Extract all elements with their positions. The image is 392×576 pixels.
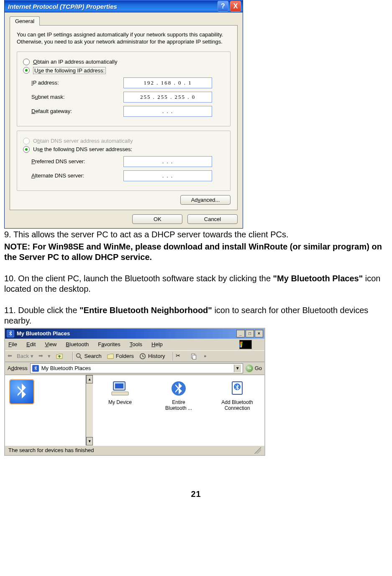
radio-obtain-ip[interactable] [23, 59, 30, 65]
paragraph-10: 10. On the client PC, launch the Bluetoo… [4, 273, 388, 294]
status-text: The search for devices has finished [8, 447, 94, 454]
tab-general[interactable]: General [10, 16, 40, 26]
back-button: ⬅ Back ▾ [8, 352, 33, 360]
forward-button: ➡▾ [38, 352, 51, 360]
alternate-dns-label: Alternate DNS server: [31, 172, 123, 179]
scroll-down-icon[interactable]: ▼ [86, 437, 93, 445]
more-button[interactable]: » [204, 354, 207, 358]
ip-group: Obtain an IP address automatically Obtai… [17, 51, 231, 126]
windows-logo-icon [239, 340, 252, 349]
computer-icon [111, 380, 129, 397]
radio-use-dns-label: Use the following DNS server addresses: [33, 146, 132, 152]
search-button[interactable]: Search [75, 352, 102, 360]
menu-view[interactable]: View [45, 341, 56, 347]
address-field[interactable]: My Bluetooth Places ▼ [30, 363, 243, 373]
chevron-down-icon[interactable]: ▼ [234, 365, 241, 372]
radio-use-ip-label: Use the following IP address: [33, 67, 106, 74]
item-label-l2: Bluetooth ... [156, 405, 202, 411]
menubar: FileFile EditEdit ViewView BluetoothBlue… [5, 339, 264, 350]
menu-favorites[interactable]: Favorites [98, 341, 120, 347]
default-gateway-label: Default gateway: [31, 108, 123, 114]
history-icon [139, 352, 146, 360]
ok-button[interactable]: OK [132, 214, 182, 224]
minimize-button[interactable]: _ [236, 330, 245, 337]
client-area: ▲ ▼ My Device Entire Bluetooth ... [5, 375, 264, 445]
radio-use-ip[interactable] [23, 67, 30, 74]
svg-line-1 [79, 357, 82, 359]
note-paragraph: NOTE: For Win98SE and WinMe, please down… [4, 242, 388, 262]
arrow-left-icon: ⬅ [8, 352, 15, 360]
folders-button[interactable]: Folders [107, 352, 134, 360]
my-device-item[interactable]: My Device [97, 380, 143, 405]
paragraph-11: 11. Double click the "Entire Bluetooth N… [4, 305, 388, 326]
history-button[interactable]: History [139, 352, 165, 360]
tcpip-properties-dialog: Internet Protocol (TCP/IP) Properties ? … [4, 0, 243, 229]
item-label-l2: Connection [214, 405, 260, 411]
menu-help[interactable]: Help [151, 341, 163, 347]
bluetooth-places-window: My Bluetooth Places _ □ × FileFile EditE… [4, 328, 265, 456]
subnet-mask-label: Subnet mask: [31, 94, 123, 100]
scroll-up-icon[interactable]: ▲ [86, 375, 93, 383]
dialog-title: Internet Protocol (TCP/IP) Properties [8, 3, 216, 10]
close-button[interactable]: X [230, 1, 241, 12]
folders-icon [107, 352, 114, 360]
maximize-button[interactable]: □ [246, 330, 254, 337]
page-number: 21 [4, 489, 388, 499]
item-label-l1: Entire [156, 399, 202, 405]
subnet-mask-input[interactable]: 255 . 255 . 255 . 0 [123, 92, 212, 103]
go-button[interactable]: ↪ Go [246, 365, 262, 372]
search-icon [75, 352, 83, 360]
paragraph-9: 9. This allows the server PC to act as a… [4, 229, 388, 240]
svg-rect-7 [112, 392, 128, 395]
entire-bluetooth-item[interactable]: Entire Bluetooth ... [156, 380, 202, 411]
advanced-button[interactable]: Advanced... [180, 195, 231, 205]
menu-bluetooth[interactable]: Bluetooth [66, 341, 89, 347]
bluetooth-globe-icon [169, 380, 188, 397]
cut-button[interactable]: ✂ [176, 352, 185, 360]
add-bluetooth-item[interactable]: Add Bluetooth Connection [214, 380, 260, 411]
radio-obtain-dns [23, 138, 30, 144]
address-bar: Address Address My Bluetooth Places ▼ ↪ … [5, 362, 264, 375]
arrow-right-icon: ➡ [38, 352, 46, 360]
bluetooth-icon [32, 365, 39, 372]
menu-file[interactable]: File [8, 341, 17, 347]
address-label: Address [8, 365, 28, 371]
window-titlebar[interactable]: My Bluetooth Places _ □ × [5, 329, 264, 339]
left-pane [5, 375, 86, 445]
dns-group: Obtain DNS server address automatically … [17, 131, 231, 191]
window-title: My Bluetooth Places [17, 330, 236, 337]
radio-obtain-ip-label: Obtain an IP address automatically [33, 59, 117, 65]
scissors-icon: ✂ [176, 352, 183, 360]
menu-tools[interactable]: Tools [130, 341, 142, 347]
copy-button[interactable] [190, 352, 199, 360]
alternate-dns-input[interactable]: . . . [123, 170, 212, 181]
menu-edit[interactable]: Edit [26, 341, 36, 347]
radio-use-dns[interactable] [23, 146, 30, 153]
folder-up-icon [56, 352, 63, 360]
preferred-dns-label: Preferred DNS server: [31, 158, 123, 165]
go-icon: ↪ [246, 365, 253, 372]
bluetooth-icon [7, 330, 14, 337]
dialog-titlebar[interactable]: Internet Protocol (TCP/IP) Properties ? … [5, 0, 243, 13]
bluetooth-large-icon [9, 379, 34, 404]
radio-obtain-dns-label: Obtain DNS server address automatically [33, 138, 133, 144]
status-bar: The search for devices has finished [5, 445, 264, 455]
close-button[interactable]: × [255, 330, 263, 337]
ip-address-input[interactable]: 192 . 168 . 0 . 1 [123, 77, 212, 88]
copy-icon [190, 352, 197, 360]
address-value: My Bluetooth Places [41, 365, 91, 371]
svg-rect-6 [115, 383, 123, 388]
svg-rect-4 [192, 355, 196, 359]
resize-grip-icon[interactable] [254, 447, 261, 454]
dialog-description: You can get IP settings assigned automat… [17, 31, 231, 46]
left-scrollbar[interactable]: ▲ ▼ [86, 375, 93, 445]
preferred-dns-input[interactable]: . . . [123, 156, 212, 167]
ip-address-label: IP address: [31, 80, 123, 86]
add-bluetooth-icon [228, 380, 246, 397]
item-label-l1: Add Bluetooth [214, 399, 260, 405]
up-button[interactable] [56, 352, 65, 360]
help-button[interactable]: ? [218, 1, 228, 12]
item-label: My Device [97, 399, 143, 405]
cancel-button[interactable]: Cancel [187, 214, 238, 224]
default-gateway-input[interactable]: . . . [123, 106, 212, 117]
